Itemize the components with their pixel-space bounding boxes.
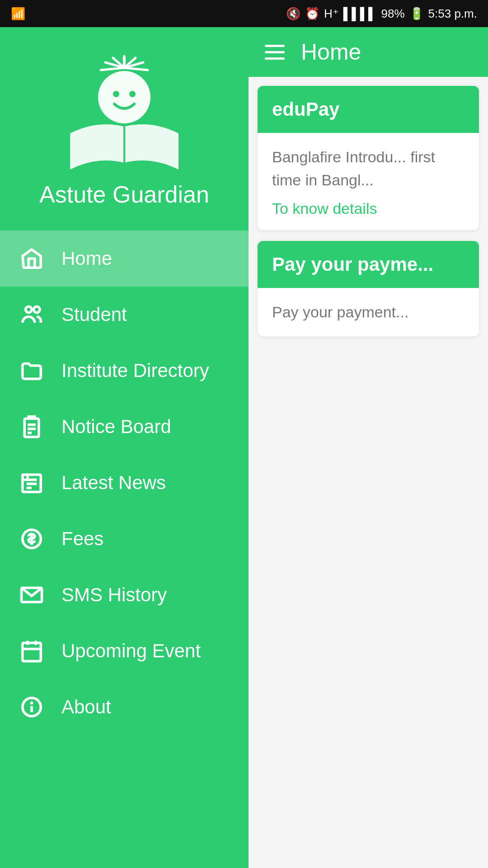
sidebar-nav: Home Student Instit	[0, 231, 249, 868]
payment-card: Pay your payme... Pay your payment...	[258, 241, 479, 336]
nav-label-latest-news: Latest News	[61, 472, 166, 494]
calendar-icon	[18, 637, 45, 665]
nav-item-upcoming-event[interactable]: Upcoming Event	[0, 623, 249, 679]
status-bar-left: 📶	[11, 7, 25, 21]
info-icon	[18, 693, 45, 721]
nav-label-upcoming-event: Upcoming Event	[61, 640, 201, 662]
home-icon	[18, 245, 45, 272]
nav-item-latest-news[interactable]: Latest News	[0, 455, 249, 511]
time-display: 5:53 p.m.	[428, 7, 477, 21]
newspaper-icon	[18, 469, 45, 496]
payment-card-header: Pay your payme...	[258, 241, 479, 288]
edupay-card: eduPay Banglafire Introdu... first time …	[258, 86, 479, 230]
nav-label-student: Student	[61, 304, 127, 326]
status-bar-right: 🔇 ⏰ H⁺ ▌▌▌▌ 98% 🔋 5:53 p.m.	[286, 7, 477, 21]
hamburger-button[interactable]	[265, 45, 285, 60]
mute-icon: 🔇	[286, 7, 300, 21]
nav-label-about: About	[61, 696, 111, 718]
nav-item-home[interactable]: Home	[0, 231, 249, 287]
app-name: Astute Guardian	[39, 181, 209, 208]
battery-icon: 🔋	[409, 7, 424, 21]
hamburger-line-2	[265, 51, 285, 53]
top-bar: Home	[249, 27, 488, 77]
nav-item-institute-directory[interactable]: Institute Directory	[0, 343, 249, 399]
nav-label-notice-board: Notice Board	[61, 416, 171, 438]
nav-item-student[interactable]: Student	[0, 287, 249, 343]
wifi-icon: 📶	[11, 7, 25, 21]
payment-card-body: Pay your payment...	[258, 288, 479, 336]
top-bar-title: Home	[301, 39, 361, 65]
nav-label-sms-history: SMS History	[61, 584, 167, 606]
folder-icon	[18, 357, 45, 384]
edupay-link[interactable]: To know details	[272, 200, 377, 217]
status-bar: 📶 🔇 ⏰ H⁺ ▌▌▌▌ 98% 🔋 5:53 p.m.	[0, 0, 488, 27]
edupay-title: eduPay	[272, 99, 339, 120]
app-logo	[66, 54, 183, 172]
dollar-icon	[18, 525, 45, 552]
svg-point-7	[98, 71, 150, 123]
sidebar-header: Astute Guardian	[0, 27, 249, 231]
nav-item-sms-history[interactable]: SMS History	[0, 567, 249, 623]
content-area: eduPay Banglafire Introdu... first time …	[249, 77, 488, 868]
svg-rect-21	[23, 475, 28, 480]
nav-item-notice-board[interactable]: Notice Board	[0, 399, 249, 455]
svg-point-11	[26, 307, 32, 313]
signal-icon: ▌▌▌▌	[343, 7, 377, 21]
payment-title: Pay your payme...	[272, 254, 433, 275]
svg-line-3	[124, 68, 148, 70]
svg-point-9	[129, 91, 136, 97]
battery-percentage: 98%	[381, 7, 405, 21]
svg-line-6	[101, 68, 124, 70]
nav-item-about[interactable]: About	[0, 679, 249, 735]
clipboard-icon	[18, 413, 45, 440]
hamburger-line-3	[265, 57, 285, 60]
payment-body-text: Pay your payment...	[272, 301, 465, 324]
edupay-card-body: Banglafire Introdu... first time in Bang…	[258, 133, 479, 230]
envelope-icon	[18, 581, 45, 609]
edupay-body-text: Banglafire Introdu... first time in Bang…	[272, 146, 465, 192]
svg-point-12	[34, 307, 40, 313]
svg-rect-24	[23, 643, 41, 661]
right-panel: Home eduPay Banglafire Introdu... first …	[249, 27, 488, 868]
hamburger-line-1	[265, 45, 285, 47]
nav-label-institute-directory: Institute Directory	[61, 360, 209, 382]
nav-label-home: Home	[61, 248, 112, 269]
svg-point-30	[31, 703, 32, 703]
alarm-icon: ⏰	[305, 7, 319, 21]
nav-label-fees: Fees	[61, 528, 103, 550]
students-icon	[18, 301, 45, 328]
network-icon: H⁺	[324, 7, 339, 21]
sidebar: Astute Guardian Home	[0, 27, 249, 868]
nav-item-fees[interactable]: Fees	[0, 511, 249, 567]
svg-point-8	[113, 91, 119, 97]
edupay-card-header: eduPay	[258, 86, 479, 133]
